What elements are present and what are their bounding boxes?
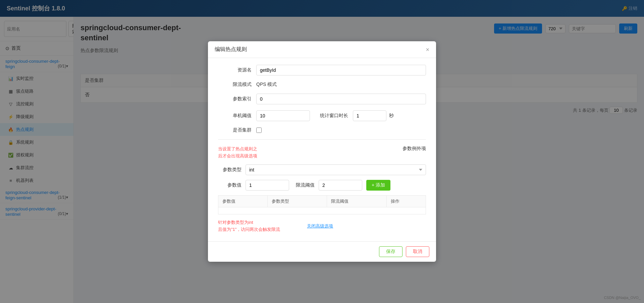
exc-col-threshold: 限流阈值 bbox=[327, 196, 386, 207]
exc-col-type: 参数类型 bbox=[268, 196, 327, 207]
add-param-btn[interactable]: + 添加 bbox=[366, 180, 390, 191]
exception-table-empty-row bbox=[218, 207, 426, 214]
stat-window-input[interactable] bbox=[353, 110, 386, 121]
param-value-input[interactable] bbox=[246, 180, 289, 191]
param-index-input[interactable] bbox=[256, 94, 426, 104]
empty-message bbox=[218, 207, 426, 214]
single-threshold-label: 单机阈值 bbox=[218, 113, 252, 119]
stat-window-label: 统计窗口时长 bbox=[320, 113, 348, 119]
modal-body: 资源名 限流模式 QPS 模式 参数索引 单机阈值 统计窗口时长 秒 bbox=[208, 58, 436, 238]
param-type-row: 参数类型 int String long double float boolea… bbox=[218, 164, 426, 175]
modal-close-btn[interactable]: × bbox=[426, 47, 429, 53]
footer-info-text: 针对参数类型为int 且值为"1"，访问两次会触发限流 bbox=[218, 219, 280, 233]
limit-mode-label: 限流模式 bbox=[218, 82, 252, 88]
exc-col-value: 参数值 bbox=[218, 196, 268, 207]
limit-mode-row: 限流模式 QPS 模式 bbox=[218, 82, 426, 88]
info-text-1: 当设置了热点规则之 后才会出现高级选项 bbox=[218, 146, 257, 160]
modal-overlay: 编辑热点规则 × 资源名 限流模式 QPS 模式 参数索引 单机阈值 bbox=[0, 0, 644, 303]
param-type-label: 参数类型 bbox=[218, 167, 241, 173]
param-exception-section-title: 参数例外项 bbox=[402, 146, 426, 152]
threshold-value-input[interactable] bbox=[319, 180, 362, 191]
param-index-label: 参数索引 bbox=[218, 96, 252, 102]
exc-col-action: 操作 bbox=[386, 196, 426, 207]
threshold-inline-label: 限流阈值 bbox=[296, 182, 315, 188]
threshold-window-row: 单机阈值 统计窗口时长 秒 bbox=[218, 110, 426, 121]
modal-footer: 保存 取消 bbox=[208, 241, 436, 262]
modal-title: 编辑热点规则 bbox=[215, 46, 247, 53]
limit-mode-value: QPS 模式 bbox=[256, 82, 277, 88]
is-cluster-row: 是否集群 bbox=[218, 127, 426, 133]
divider-1 bbox=[218, 139, 426, 140]
exception-table: 参数值 参数类型 限流阈值 操作 bbox=[218, 195, 426, 214]
is-cluster-checkbox[interactable] bbox=[256, 128, 262, 133]
param-type-select[interactable]: int String long double float boolean bbox=[246, 164, 426, 175]
single-threshold-input[interactable] bbox=[256, 110, 310, 121]
stat-window-unit: 秒 bbox=[389, 113, 394, 119]
close-advanced-link[interactable]: 关闭高级选项 bbox=[307, 223, 333, 229]
advanced-section-header: 当设置了热点规则之 后才会出现高级选项 参数例外项 bbox=[218, 146, 426, 160]
edit-modal: 编辑热点规则 × 资源名 限流模式 QPS 模式 参数索引 单机阈值 bbox=[208, 41, 436, 261]
resource-name-row: 资源名 bbox=[218, 65, 426, 75]
param-index-row: 参数索引 bbox=[218, 94, 426, 104]
save-btn[interactable]: 保存 bbox=[379, 246, 402, 257]
param-value-label: 参数值 bbox=[218, 182, 241, 188]
param-value-threshold-row: 参数值 限流阈值 + 添加 bbox=[218, 180, 426, 191]
resource-name-label: 资源名 bbox=[218, 67, 252, 73]
is-cluster-label: 是否集群 bbox=[218, 127, 252, 133]
resource-name-input[interactable] bbox=[256, 65, 426, 75]
cancel-btn[interactable]: 取消 bbox=[406, 246, 429, 257]
footer-info-row: 针对参数类型为int 且值为"1"，访问两次会触发限流 关闭高级选项 bbox=[218, 219, 426, 233]
modal-header: 编辑热点规则 × bbox=[208, 41, 436, 58]
